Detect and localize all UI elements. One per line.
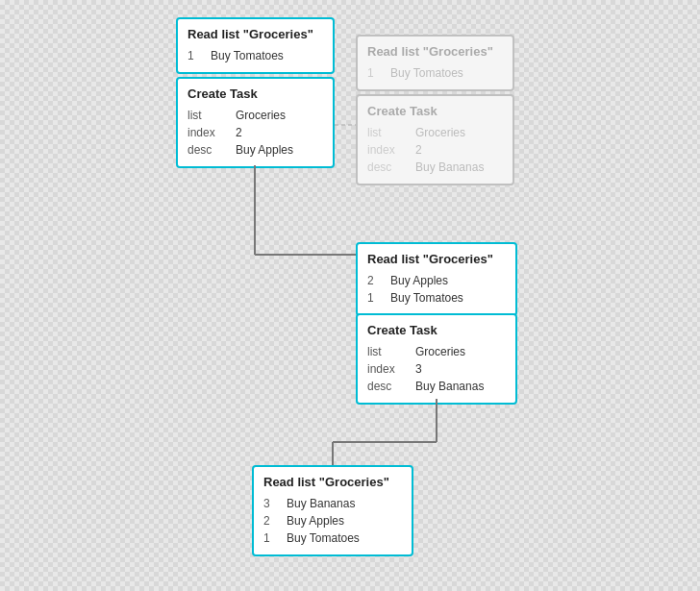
block2-create-card: Create Task list Groceries index 2 desc … (356, 94, 514, 185)
block1-read-card: Read list "Groceries" 1 Buy Tomatoes (176, 17, 335, 74)
block2-create-row2: index 2 (367, 141, 503, 159)
block3-create-title: Create Task (367, 323, 506, 337)
block1-create-row2: index 2 (188, 124, 323, 141)
block4-read-title: Read list "Groceries" (263, 475, 402, 489)
block1-read-row1: 1 Buy Tomatoes (188, 47, 323, 64)
block3-read-row2: 1 Buy Tomatoes (367, 289, 506, 307)
block2-read-title: Read list "Groceries" (367, 44, 503, 59)
block4-read-row2: 2 Buy Apples (263, 512, 402, 529)
block4-read-card: Read list "Groceries" 3 Buy Bananas 2 Bu… (252, 465, 413, 556)
block1-create-row3: desc Buy Apples (188, 141, 323, 159)
block1-read-title: Read list "Groceries" (188, 27, 323, 41)
block3-create-card: Create Task list Groceries index 3 desc … (356, 313, 517, 405)
block4-read-row1: 3 Buy Bananas (263, 495, 402, 512)
block3-create-row3: desc Buy Bananas (367, 378, 506, 395)
block4-read-row3: 1 Buy Tomatoes (263, 529, 402, 547)
block3-create-row2: index 3 (367, 360, 506, 378)
block2-create-row3: desc Buy Bananas (367, 159, 503, 176)
block2-create-title: Create Task (367, 104, 503, 118)
block2-read-card: Read list "Groceries" 1 Buy Tomatoes (356, 35, 514, 91)
block2-create-row1: list Groceries (367, 124, 503, 141)
block3-read-card: Read list "Groceries" 2 Buy Apples 1 Buy… (356, 242, 517, 316)
block1-create-row1: list Groceries (188, 107, 323, 124)
block1-create-card: Create Task list Groceries index 2 desc … (176, 77, 335, 168)
block3-read-row1: 2 Buy Apples (367, 272, 506, 289)
block2-read-row1: 1 Buy Tomatoes (367, 64, 503, 82)
block3-read-title: Read list "Groceries" (367, 252, 506, 266)
block1-create-title: Create Task (188, 86, 323, 101)
block3-create-row1: list Groceries (367, 343, 506, 360)
